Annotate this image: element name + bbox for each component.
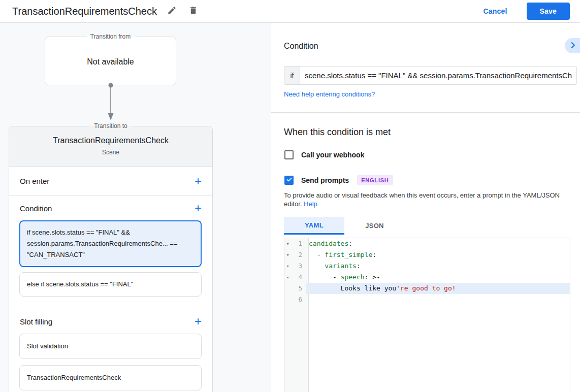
send-prompts-row: Send prompts ENGLISH	[284, 175, 393, 185]
condition-expression-row: if	[284, 66, 577, 85]
add-condition-button[interactable]: +	[195, 203, 202, 213]
delete-scene-button[interactable]	[187, 5, 200, 17]
chevron-right-icon	[568, 41, 577, 51]
code-line-content: - first_simple:	[306, 249, 570, 260]
code-line-content: - speech: >-	[306, 272, 570, 283]
fold-arrow-icon[interactable]: ▾	[284, 238, 293, 249]
page-header: TransactionRequirementsCheck Cancel Save	[0, 0, 580, 23]
send-prompts-checkbox[interactable]	[284, 176, 294, 185]
slot-card[interactable]: TransactionRequirementsCheck	[19, 365, 202, 390]
checkmark-icon	[286, 176, 293, 185]
line-number: 3	[293, 260, 306, 272]
editor-line: 6	[284, 294, 570, 305]
slot-filling-title: Slot filling	[20, 317, 195, 326]
code-line-content: candidates:	[306, 238, 570, 249]
scene-type: Scene	[9, 149, 212, 156]
line-number: 2	[293, 249, 306, 260]
transition-from-box: Transition from Not available	[45, 37, 176, 85]
page-title: TransactionRequirementsCheck	[12, 6, 157, 17]
editor-lines: ▾1candidates:▾2 - first_simple:▾3 varian…	[284, 238, 570, 305]
transition-from-value: Not available	[45, 57, 176, 67]
transition-to-label: Transition to	[90, 122, 132, 129]
prompt-hint: To provide audio or visual feedback when…	[284, 191, 578, 208]
editor-line: 5 Looks like you're good to go!	[284, 283, 570, 294]
editor-line: ▾3 variants:	[284, 260, 570, 272]
editor-format-tabs: YAMLJSON	[284, 217, 405, 235]
scene-flow-panel: Transition from Not available Transition…	[0, 23, 271, 392]
fold-arrow-icon[interactable]: ▾	[284, 260, 293, 272]
scene-slot-cards: Slot validationTransactionRequirementsCh…	[9, 334, 212, 390]
language-badge: ENGLISH	[357, 175, 393, 185]
condition-section-header: Condition +	[9, 196, 212, 220]
if-prefix-label: if	[284, 67, 300, 84]
editor-line: ▾2 - first_simple:	[284, 249, 570, 260]
save-button[interactable]: Save	[527, 3, 570, 20]
webhook-label: Call your webhook	[301, 151, 364, 159]
add-on-enter-button[interactable]: +	[195, 176, 202, 186]
condition-card-selected[interactable]: if scene.slots.status == "FINAL" && sess…	[19, 220, 202, 267]
pencil-icon	[167, 6, 177, 17]
condition-card[interactable]: else if scene.slots.status == "FINAL"	[19, 272, 202, 297]
tab-yaml[interactable]: YAML	[284, 217, 344, 235]
scene-condition-cards: if scene.slots.status == "FINAL" && sess…	[9, 220, 212, 297]
fold-spacer	[284, 283, 293, 294]
slot-filling-section-header: Slot filling +	[9, 309, 212, 334]
fold-arrow-icon[interactable]: ▾	[284, 272, 293, 283]
collapse-panel-button[interactable]	[565, 38, 580, 53]
on-enter-title: On enter	[20, 177, 195, 185]
scene-name: TransactionRequirementsCheck	[9, 136, 212, 145]
code-line-content	[306, 294, 570, 305]
prompt-help-link[interactable]: Help	[304, 200, 317, 208]
code-line-content: variants:	[306, 260, 570, 272]
webhook-row: Call your webhook	[284, 150, 364, 159]
condition-section-title: Condition	[20, 204, 195, 213]
line-number: 1	[293, 238, 306, 249]
transition-to-card: Transition to TransactionRequirementsChe…	[9, 126, 213, 392]
add-slot-button[interactable]: +	[195, 316, 202, 326]
webhook-checkbox[interactable]	[284, 150, 294, 159]
condition-expression-input[interactable]	[300, 67, 576, 84]
prompt-code-editor[interactable]: ▾1candidates:▾2 - first_simple:▾3 varian…	[284, 238, 570, 392]
condition-panel-title: Condition	[284, 42, 318, 51]
edit-title-button[interactable]	[166, 5, 178, 17]
conditions-help-link[interactable]: Need help entering conditions?	[284, 90, 375, 98]
transition-arrow-icon	[107, 83, 115, 123]
scene-card-header: TransactionRequirementsCheck Scene	[9, 126, 212, 167]
divider	[271, 112, 580, 113]
fold-arrow-icon[interactable]: ▾	[284, 249, 293, 260]
editor-line: ▾4 - speech: >-	[284, 272, 570, 283]
code-line-content: Looks like you're good to go!	[306, 283, 570, 294]
trash-icon	[188, 6, 198, 17]
cancel-button[interactable]: Cancel	[483, 7, 507, 15]
on-enter-section: On enter +	[9, 167, 212, 195]
line-number: 5	[293, 283, 306, 294]
fold-spacer	[284, 294, 293, 305]
editor-line: ▾1candidates:	[284, 238, 570, 249]
send-prompts-label: Send prompts	[301, 176, 349, 184]
tab-json[interactable]: JSON	[344, 217, 405, 235]
condition-met-title: When this condition is met	[284, 127, 391, 138]
prompt-hint-text: To provide audio or visual feedback when…	[284, 191, 560, 208]
slot-card[interactable]: Slot validation	[19, 334, 202, 359]
condition-detail-panel: Condition if Need help entering conditio…	[271, 23, 580, 392]
line-number: 6	[293, 294, 306, 305]
transition-from-label: Transition from	[86, 33, 135, 40]
spacer	[9, 302, 212, 309]
line-number: 4	[293, 272, 306, 283]
